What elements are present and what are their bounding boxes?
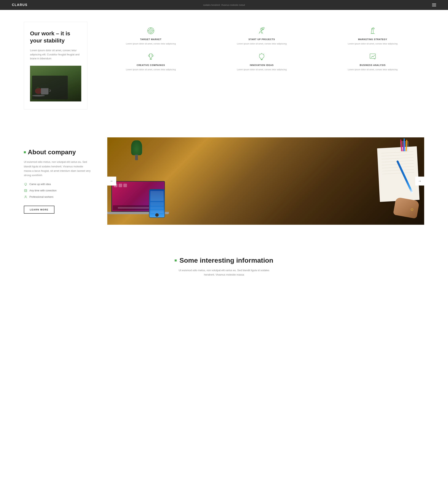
- service-desc-target: Lorem ipsum dolor sit amet, consec tetur…: [99, 42, 202, 46]
- service-marketing: MARKETING STRATEGY Lorem ipsum dolor sit…: [321, 26, 424, 46]
- about-features-list: Came up with idea Any time with conectio…: [24, 182, 91, 199]
- learn-more-button[interactable]: LEARN MORE: [24, 206, 55, 214]
- service-target-market: TARGET MARKET Lorem ipsum dolor sit amet…: [99, 26, 202, 46]
- service-innovation: INNOVATION IDEAS Lorem ipsum dolor sit a…: [210, 52, 313, 71]
- telescope-icon: [257, 26, 267, 36]
- our-work-title: Our work – it is your stability: [30, 30, 81, 45]
- service-desc-business: Lorem ipsum dolor sit amet, consec tetur…: [321, 68, 424, 71]
- feature-item-idea: Came up with idea: [24, 182, 91, 186]
- svg-point-1: [149, 29, 153, 33]
- service-desc-startup: Lorem ipsum dolor sit amet, consec tetur…: [210, 42, 313, 46]
- our-work-image: [30, 66, 81, 101]
- chess-horse-icon: [368, 26, 378, 36]
- service-desc-marketing: Lorem ipsum dolor sit amet, consec tetur…: [321, 42, 424, 46]
- our-work-image-inner: [30, 66, 81, 101]
- feature-item-connection: Any time with conection: [24, 189, 91, 192]
- service-name-target: TARGET MARKET: [99, 38, 202, 40]
- svg-point-13: [261, 27, 265, 30]
- service-desc-creative: Lorem ipsum dolor sit amet, consec tetur…: [99, 68, 202, 71]
- svg-point-15: [372, 29, 373, 29]
- feature-text-workers: Professional workers: [29, 195, 53, 198]
- svg-rect-27: [25, 190, 26, 191]
- service-name-startup: START UP PROJECTS: [210, 38, 313, 40]
- lightbulb-small-icon: [24, 182, 27, 186]
- svg-point-28: [25, 196, 26, 197]
- service-business: BUSINESS ANALYSIS Lorem ipsum dolor sit …: [321, 52, 424, 71]
- svg-rect-23: [370, 54, 376, 59]
- service-name-innovation: INNOVATION IDEAS: [210, 64, 313, 66]
- service-startup: START UP PROJECTS Lorem ipsum dolor sit …: [210, 26, 313, 46]
- svg-point-2: [150, 30, 152, 31]
- header-subtitle: sodales hendrerit. Vivamus molestie metu…: [203, 4, 245, 6]
- svg-line-22: [264, 54, 264, 54]
- service-name-marketing: MARKETING STRATEGY: [321, 38, 424, 40]
- carousel-next-button[interactable]: →: [415, 177, 424, 186]
- info-section: Some interesting information Ut euismod …: [0, 241, 448, 289]
- chart-icon: [368, 52, 378, 62]
- info-description: Ut euismod odio metus, non volutpat elit…: [178, 268, 270, 277]
- feature-text-idea: Came up with idea: [29, 183, 51, 186]
- person-icon: [24, 195, 27, 199]
- about-image: [107, 137, 424, 225]
- hamburger-menu-icon[interactable]: [432, 4, 436, 6]
- our-work-section: Our work – it is your stability Lorem ip…: [0, 10, 448, 122]
- carousel-prev-button[interactable]: ←: [107, 177, 116, 186]
- svg-line-21: [259, 54, 260, 54]
- about-heading: About company: [24, 148, 91, 156]
- service-desc-innovation: Lorem ipsum dolor sit amet, consec tetur…: [210, 68, 313, 71]
- info-heading: Some interesting information: [24, 257, 424, 264]
- service-name-business: BUSINESS ANALYSIS: [321, 64, 424, 66]
- trophy-icon: [146, 52, 156, 62]
- about-image-container: ← →: [107, 137, 424, 225]
- lightbulb-icon: [257, 52, 267, 62]
- service-creative: CREATIVE COMPAINGS Lorem ipsum dolor sit…: [99, 52, 202, 71]
- svg-line-11: [262, 32, 263, 34]
- feature-text-connection: Any time with conection: [29, 189, 57, 192]
- our-work-description: Lorem ipsum dolor sit amet, consec tetur…: [30, 48, 81, 61]
- our-work-card: Our work – it is your stability Lorem ip…: [24, 22, 88, 109]
- about-left-content: About company Ut euismod odio metus, non…: [24, 148, 91, 213]
- logo: CLARUS: [12, 3, 28, 7]
- svg-rect-26: [24, 189, 27, 192]
- target-icon: [146, 26, 156, 36]
- header: CLARUS sodales hendrerit. Vivamus molest…: [0, 0, 448, 10]
- feature-item-workers: Professional workers: [24, 195, 91, 199]
- about-description: Ut euismod odio metus, non volutpat elit…: [24, 160, 91, 177]
- connection-icon: [24, 189, 27, 192]
- services-grid: TARGET MARKET Lorem ipsum dolor sit amet…: [99, 22, 424, 71]
- about-section: About company Ut euismod odio metus, non…: [0, 122, 448, 241]
- service-name-creative: CREATIVE COMPAINGS: [99, 64, 202, 66]
- svg-line-24: [374, 58, 375, 59]
